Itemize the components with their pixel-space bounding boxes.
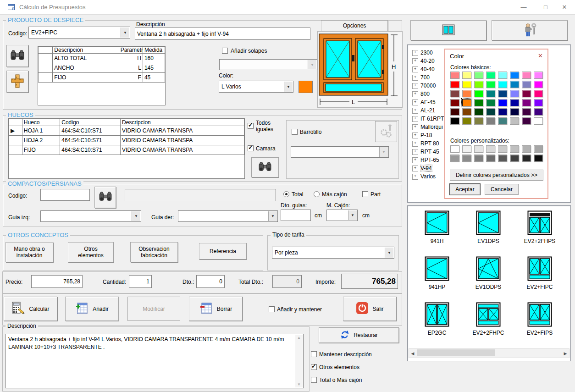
color-swatch-option[interactable] bbox=[474, 108, 483, 116]
color-swatch-option[interactable] bbox=[486, 155, 495, 162]
restaurar-button[interactable]: Restaurar bbox=[319, 327, 399, 343]
color-swatch-option[interactable] bbox=[462, 117, 471, 125]
chevron-down-icon[interactable] bbox=[268, 211, 277, 221]
color-swatch-option[interactable] bbox=[510, 145, 519, 153]
mas-cajon-radio[interactable] bbox=[314, 191, 320, 197]
color-swatch-option[interactable] bbox=[450, 155, 459, 162]
color-swatch-option[interactable] bbox=[510, 108, 519, 116]
dto-guias-input[interactable] bbox=[281, 210, 311, 221]
color-swatch-option[interactable] bbox=[486, 145, 495, 153]
table-cell[interactable]: 145 bbox=[143, 63, 165, 73]
chevron-down-icon[interactable] bbox=[284, 82, 293, 92]
product-item-ev2-2fhpc[interactable]: EV2+2FHPC bbox=[463, 302, 514, 348]
tree-expand-icon[interactable]: + bbox=[412, 99, 418, 105]
color-swatch-option[interactable] bbox=[486, 117, 495, 125]
tree-expand-icon[interactable]: + bbox=[412, 58, 418, 64]
total-mas-cajon-checkbox[interactable] bbox=[311, 377, 317, 383]
product-item-ev1odps[interactable]: EV1ODPS bbox=[463, 256, 514, 302]
tree-expand-icon[interactable]: + bbox=[412, 75, 418, 81]
color-swatch-option[interactable] bbox=[450, 90, 459, 97]
chevron-down-icon[interactable] bbox=[348, 210, 357, 220]
operario-button[interactable] bbox=[492, 20, 568, 40]
tree-expand-icon[interactable]: + bbox=[412, 83, 418, 89]
mantener-descripcion-checkbox[interactable] bbox=[311, 351, 317, 357]
table-cell[interactable]: HOJA 1 bbox=[22, 126, 60, 136]
opciones-button[interactable]: Opciones bbox=[321, 20, 388, 31]
product-item-ev2-fipc[interactable]: EV2+FIPC bbox=[514, 256, 565, 302]
buscar-compacto-button[interactable] bbox=[94, 187, 116, 208]
row-selector[interactable] bbox=[9, 145, 22, 155]
table-cell[interactable]: ANCHO bbox=[53, 63, 119, 73]
color-swatch-option[interactable] bbox=[510, 90, 519, 97]
scrollbar-thumb[interactable] bbox=[417, 349, 495, 356]
mano-obra-button[interactable]: Mano obra o instalación bbox=[6, 242, 53, 262]
table-row[interactable]: FIJOF45 bbox=[39, 73, 165, 83]
tree-expand-icon[interactable]: + bbox=[412, 108, 418, 114]
table-row[interactable]: ANCHOL145 bbox=[39, 63, 165, 73]
color-swatch-option[interactable] bbox=[498, 108, 507, 116]
m-cajon-combobox[interactable] bbox=[326, 210, 358, 221]
gallery-scrollbar[interactable]: ◀ ▶ bbox=[409, 348, 569, 358]
color-swatch-option[interactable] bbox=[486, 99, 495, 106]
color-swatch-option[interactable] bbox=[462, 72, 471, 79]
color-swatch-option[interactable] bbox=[498, 117, 507, 125]
tree-expand-icon[interactable]: + bbox=[412, 157, 418, 163]
descripcion-textarea[interactable]: Ventana 2 h abisagrada + fijo inf V-94 L… bbox=[6, 334, 304, 388]
maximize-icon[interactable]: □ bbox=[535, 0, 556, 14]
table-cell[interactable]: 45 bbox=[143, 73, 165, 83]
tree-expand-icon[interactable]: + bbox=[412, 124, 418, 130]
color-swatch-option[interactable] bbox=[450, 72, 459, 79]
precio-input[interactable]: 765,28 bbox=[31, 275, 83, 288]
borrar-button[interactable]: Borrar bbox=[189, 297, 243, 321]
aceptar-button[interactable]: Aceptar bbox=[450, 184, 480, 195]
color-swatch-option[interactable] bbox=[534, 108, 543, 116]
table-cell[interactable]: L bbox=[119, 63, 143, 73]
color-swatch-option[interactable] bbox=[534, 81, 543, 88]
close-icon[interactable]: ✕ bbox=[554, 0, 575, 14]
color-swatch-option[interactable] bbox=[450, 81, 459, 88]
color-swatch-option[interactable] bbox=[474, 81, 483, 88]
table-row[interactable]: ▶HOJA 1464:S4:C10:S71VIDRIO CAMARA TRANS… bbox=[9, 126, 244, 136]
color-swatch-option[interactable] bbox=[486, 90, 495, 97]
row-marker-icon[interactable]: ▶ bbox=[9, 126, 22, 136]
color-swatch-option[interactable] bbox=[474, 117, 483, 125]
todos-iguales-checkbox[interactable] bbox=[248, 123, 254, 129]
table-cell[interactable]: 464:S4:C10:S71 bbox=[60, 126, 121, 136]
color-swatch-option[interactable] bbox=[486, 81, 495, 88]
color-swatch-option[interactable] bbox=[522, 145, 531, 153]
table-cell[interactable]: 464:S4:C10:S71 bbox=[60, 136, 121, 145]
color-swatch-option[interactable] bbox=[522, 155, 531, 162]
color-swatch-option[interactable] bbox=[450, 145, 459, 153]
product-item-ev1dps[interactable]: EV1DPS bbox=[463, 210, 514, 256]
color-swatch-option[interactable] bbox=[498, 155, 507, 162]
product-item-ev2-2fhps[interactable]: EV2+2FHPS bbox=[514, 210, 565, 256]
tree-expand-icon[interactable]: + bbox=[412, 166, 418, 171]
color-swatch-option[interactable] bbox=[462, 81, 471, 88]
chevron-down-icon[interactable] bbox=[132, 211, 140, 221]
color-swatch-option[interactable] bbox=[522, 72, 531, 79]
salir-button[interactable]: Salir bbox=[343, 297, 397, 321]
compactos-codigo-input[interactable] bbox=[40, 189, 90, 201]
referencia-button[interactable]: Referencia bbox=[199, 243, 247, 259]
table-row[interactable]: HOJA 2464:S4:C10:S71VIDRIO CAMARA TRANSP… bbox=[9, 136, 244, 145]
color-swatch-option[interactable] bbox=[510, 155, 519, 162]
tarifa-combobox[interactable]: Por pieza bbox=[272, 247, 394, 259]
color-swatch-option[interactable] bbox=[450, 117, 459, 125]
tree-expand-icon[interactable]: + bbox=[412, 91, 418, 97]
color-swatch-option[interactable] bbox=[534, 155, 543, 162]
color-swatch-option[interactable] bbox=[462, 155, 471, 162]
table-cell[interactable]: 160 bbox=[143, 54, 165, 63]
table-cell[interactable]: F bbox=[119, 73, 143, 83]
row-selector[interactable] bbox=[9, 136, 22, 145]
product-item-ep2gc[interactable]: EP2GC bbox=[411, 302, 463, 348]
calcular-button[interactable]: Calcular bbox=[4, 297, 57, 321]
color-combobox[interactable]: L Varios bbox=[219, 81, 293, 93]
color-swatch-option[interactable] bbox=[522, 99, 531, 106]
observacion-fabricacion-button[interactable]: Observacion fabricación bbox=[130, 242, 178, 262]
part-checkbox[interactable] bbox=[362, 191, 368, 197]
otros-elementos-checkbox[interactable] bbox=[311, 364, 317, 370]
row-selector[interactable] bbox=[39, 73, 53, 83]
color-swatch-option[interactable] bbox=[534, 72, 543, 79]
table-cell[interactable]: VIDRIO CAMARA TRANSPA bbox=[121, 145, 244, 155]
guia-izq-combobox[interactable] bbox=[40, 210, 141, 222]
